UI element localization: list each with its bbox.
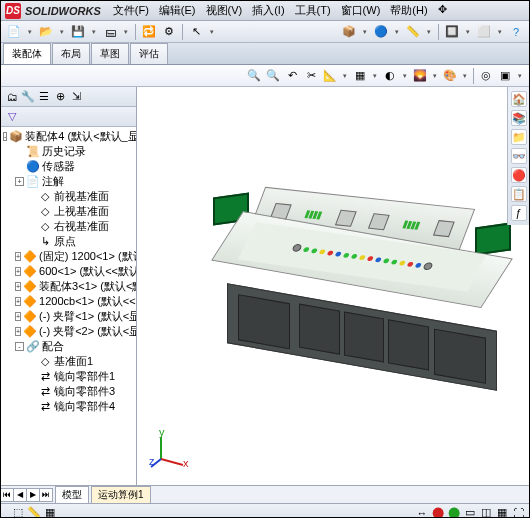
colors-icon[interactable]: ⬤ <box>431 506 445 519</box>
tree-item[interactable]: ◇基准面1 <box>1 354 136 369</box>
hide-show-button[interactable]: ◐ <box>381 67 399 85</box>
unit-button[interactable]: ↔ <box>415 506 429 519</box>
tree-item[interactable]: ↳原点 <box>1 234 136 249</box>
tab-evaluate[interactable]: 评估 <box>130 43 168 64</box>
tree-item[interactable]: ⇄镜向零部件3 <box>1 384 136 399</box>
print-dropdown[interactable]: ▾ <box>121 25 131 39</box>
tree-item[interactable]: ◇右视基准面 <box>1 219 136 234</box>
section-view-button[interactable]: ✂ <box>302 67 320 85</box>
tree-item[interactable]: +🔶装配体3<1> (默认<默认_显示 <box>1 279 136 294</box>
measure-button[interactable]: 📏 <box>404 23 422 41</box>
menu-search-icon[interactable]: ✥ <box>434 2 451 19</box>
scene-dropdown[interactable]: ▾ <box>430 69 440 83</box>
select-dropdown[interactable]: ▾ <box>207 25 217 39</box>
tree-tab-display-icon[interactable]: ⊕ <box>53 90 67 104</box>
appearance-button[interactable]: 🔵 <box>372 23 390 41</box>
tree-item[interactable]: +📄注解 <box>1 174 136 189</box>
new-button[interactable]: 📄 <box>5 23 23 41</box>
viewport-split-icon[interactable]: ◫ <box>479 506 493 519</box>
save-button[interactable]: 💾 <box>69 23 87 41</box>
view-orientation-button[interactable]: 📐 <box>321 67 339 85</box>
filter-icon[interactable]: ▽ <box>5 110 19 124</box>
tree-item[interactable]: +🔶600<1> (默认<<默认_显示状 <box>1 264 136 279</box>
task-resources-icon[interactable]: 🏠 <box>511 91 527 107</box>
task-library-icon[interactable]: 📚 <box>511 110 527 126</box>
display-dropdown[interactable]: ▾ <box>495 25 505 39</box>
menu-insert[interactable]: 插入(I) <box>248 2 288 19</box>
tree-item[interactable]: ⇄镜向零部件1 <box>1 369 136 384</box>
colors2-icon[interactable]: ⬤ <box>447 506 461 519</box>
view-orientation-dropdown[interactable]: ▾ <box>340 69 350 83</box>
scene-button[interactable]: 🌄 <box>411 67 429 85</box>
open-dropdown[interactable]: ▾ <box>57 25 67 39</box>
task-appearance-icon[interactable]: 🔴 <box>511 167 527 183</box>
help-button[interactable]: ? <box>507 23 525 41</box>
tree-item[interactable]: ⇄镜向零部件4 <box>1 399 136 414</box>
rebuild-button[interactable]: 🔁 <box>140 23 158 41</box>
new-dropdown[interactable]: ▾ <box>25 25 35 39</box>
view-orient-button[interactable]: 🔲 <box>443 23 461 41</box>
menu-window[interactable]: 窗口(W) <box>337 2 385 19</box>
zoom-area-button[interactable]: 🔍 <box>264 67 282 85</box>
selection-filter-icon[interactable]: ⬚ <box>11 506 25 519</box>
task-properties-icon[interactable]: 📋 <box>511 186 527 202</box>
feature-tree[interactable]: -📦装配体4 (默认<默认_显示状态📜历史记录🔵传感器+📄注解◇前视基准面◇上视… <box>1 127 136 485</box>
tree-item[interactable]: -🔗配合 <box>1 339 136 354</box>
save-dropdown[interactable]: ▾ <box>89 25 99 39</box>
viewport-single-icon[interactable]: ▭ <box>463 506 477 519</box>
select-button[interactable]: ↖ <box>187 23 205 41</box>
component-dropdown[interactable]: ▾ <box>360 25 370 39</box>
display-style-dropdown[interactable]: ▾ <box>370 69 380 83</box>
display-button[interactable]: ⬜ <box>475 23 493 41</box>
prev-view-button[interactable]: ↶ <box>283 67 301 85</box>
apply-scene-dropdown[interactable]: ▾ <box>460 69 470 83</box>
task-explorer-icon[interactable]: 📁 <box>511 129 527 145</box>
apply-scene-button[interactable]: 🎨 <box>441 67 459 85</box>
menu-tools[interactable]: 工具(T) <box>291 2 335 19</box>
menu-help[interactable]: 帮助(H) <box>386 2 431 19</box>
graphics-viewport[interactable]: y x z 🏠 📚 📁 👓 🔴 📋 ƒ <box>137 87 529 485</box>
tree-tab-drag-icon[interactable]: ⇲ <box>69 90 83 104</box>
display-style-button[interactable]: ▦ <box>351 67 369 85</box>
tree-item[interactable]: +🔶1200cb<1> (默认<<默认_显 <box>1 294 136 309</box>
menu-view[interactable]: 视图(V) <box>202 2 247 19</box>
tab-layout[interactable]: 布局 <box>52 43 90 64</box>
tree-tab-config-icon[interactable]: ☰ <box>37 90 51 104</box>
tree-item[interactable]: -📦装配体4 (默认<默认_显示状态 <box>1 129 136 144</box>
tab-sketch[interactable]: 草图 <box>91 43 129 64</box>
render-region-button[interactable]: ▣ <box>496 67 514 85</box>
measure-dropdown[interactable]: ▾ <box>424 25 434 39</box>
orientation-triad[interactable]: y x z <box>149 429 189 469</box>
tree-tab-feature-icon[interactable]: 🗂 <box>5 90 19 104</box>
ruler-icon[interactable]: 📏 <box>27 506 41 519</box>
bottom-tab-motion[interactable]: 运动算例1 <box>91 486 151 504</box>
appearance-dropdown[interactable]: ▾ <box>392 25 402 39</box>
tab-assembly[interactable]: 装配体 <box>3 43 51 64</box>
task-view-icon[interactable]: 👓 <box>511 148 527 164</box>
open-button[interactable]: 📂 <box>37 23 55 41</box>
tree-tab-property-icon[interactable]: 🔧 <box>21 90 35 104</box>
viewport-four-icon[interactable]: ▦ <box>495 506 509 519</box>
options-button[interactable]: ⚙ <box>160 23 178 41</box>
expand-icon[interactable]: ⛶ <box>511 506 525 519</box>
tree-item[interactable]: +🔶(-) 夹臂<1> (默认<显示状态 <box>1 309 136 324</box>
menu-edit[interactable]: 编辑(E) <box>155 2 200 19</box>
view-orient-dropdown[interactable]: ▾ <box>463 25 473 39</box>
print-button[interactable]: 🖴 <box>101 23 119 41</box>
tab-next-button[interactable]: ▶ <box>26 488 40 502</box>
tree-item[interactable]: ◇前视基准面 <box>1 189 136 204</box>
component-button[interactable]: 📦 <box>340 23 358 41</box>
tab-last-button[interactable]: ⏭ <box>39 488 53 502</box>
tree-item[interactable]: 📜历史记录 <box>1 144 136 159</box>
render-dropdown[interactable]: ▾ <box>515 69 525 83</box>
tree-item[interactable]: 🔵传感器 <box>1 159 136 174</box>
task-forum-icon[interactable]: ƒ <box>511 205 527 221</box>
tree-item[interactable]: ◇上视基准面 <box>1 204 136 219</box>
tab-prev-button[interactable]: ◀ <box>13 488 27 502</box>
zoom-fit-button[interactable]: 🔍 <box>245 67 263 85</box>
hide-show-dropdown[interactable]: ▾ <box>400 69 410 83</box>
render-button[interactable]: ◎ <box>477 67 495 85</box>
bottom-tab-model[interactable]: 模型 <box>55 486 89 504</box>
grid-icon[interactable]: ▦ <box>43 506 57 519</box>
tab-first-button[interactable]: ⏮ <box>0 488 14 502</box>
